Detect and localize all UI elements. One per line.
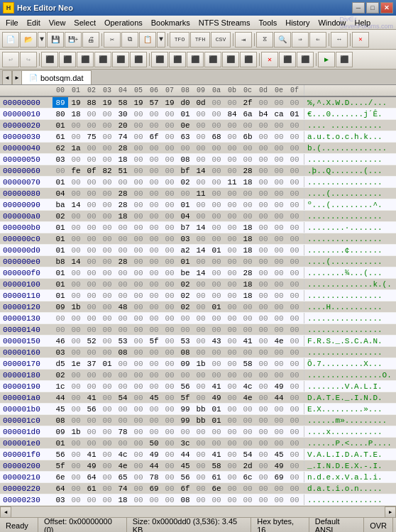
menu-file[interactable]: File (1, 17, 23, 28)
tfo-button[interactable]: TFO (170, 32, 189, 48)
find-next-button[interactable]: ⇒ (292, 32, 309, 48)
hex-cell[interactable]: b8 (53, 256, 68, 267)
hex-cell[interactable]: 00 (271, 177, 287, 187)
hex-cell[interactable]: 00 (255, 256, 271, 267)
hex-cell[interactable]: 00 (224, 97, 240, 108)
hex-cell[interactable]: 00 (224, 131, 240, 142)
hex-cell[interactable]: 00 (146, 347, 162, 358)
hex-cell[interactable]: 74 (115, 131, 131, 142)
hex-cell[interactable]: 6f (177, 483, 193, 494)
hex-cell[interactable]: 54 (115, 392, 131, 403)
menu-bookmarks[interactable]: Bookmarks (147, 17, 194, 28)
hex-cell[interactable]: 00 (271, 415, 287, 426)
hex-cell[interactable]: 00 (255, 313, 271, 323)
hex-cell[interactable]: 00 (287, 233, 302, 244)
hex-cell[interactable]: 6b (240, 131, 255, 142)
hex-cell[interactable]: 00 (162, 483, 177, 494)
hex-cell[interactable]: 44 (146, 460, 162, 471)
hex-cell[interactable]: 00 (193, 483, 209, 494)
hex-cell[interactable]: 78 (146, 472, 162, 482)
hex-cell[interactable]: 01 (209, 404, 224, 414)
hex-cell[interactable]: 01 (53, 279, 68, 289)
hex-cell[interactable]: 68 (209, 131, 224, 142)
hex-cell[interactable]: 00 (99, 494, 115, 505)
hex-cell[interactable]: 00 (99, 381, 115, 392)
hex-cell[interactable]: 00 (209, 313, 224, 323)
hex-cell[interactable]: 00 (162, 472, 177, 482)
hex-cell[interactable]: 28 (115, 143, 131, 153)
hex-cell[interactable]: 00 (287, 267, 302, 278)
hex-cell[interactable]: 00 (287, 120, 302, 131)
tfh-button[interactable]: TFH (190, 32, 210, 48)
hex-cell[interactable]: b7 (177, 222, 193, 233)
menu-tools[interactable]: Tools (255, 17, 282, 28)
hex-cell[interactable]: 99 (177, 415, 193, 426)
hex-cell[interactable]: 00 (255, 483, 271, 494)
hex-cell[interactable]: 00 (99, 313, 115, 323)
hex-cell[interactable]: 00 (224, 347, 240, 358)
hex-cell[interactable]: 3c (177, 438, 193, 448)
hex-cell[interactable]: 00 (131, 245, 146, 255)
hex-cell[interactable]: 00 (255, 438, 271, 448)
hex-cell[interactable]: 00 (209, 233, 224, 244)
hex-cell[interactable]: 00 (240, 494, 255, 505)
hex-cell[interactable]: 00 (224, 301, 240, 312)
hex-cell[interactable]: 00 (146, 211, 162, 221)
hex-cell[interactable]: bf (177, 165, 193, 176)
hex-cell[interactable]: 00 (177, 370, 193, 380)
hex-cell[interactable]: 01 (53, 438, 68, 448)
hex-cell[interactable]: 00 (84, 188, 99, 199)
hex-cell[interactable]: 00 (287, 370, 302, 380)
hex-cell[interactable]: 00 (271, 301, 287, 312)
hex-cell[interactable]: 00 (255, 358, 271, 369)
hex-cell[interactable]: 00 (131, 165, 146, 176)
hex-cell[interactable]: 00 (131, 279, 146, 289)
hex-cell[interactable]: 49 (146, 449, 162, 460)
hex-cell[interactable]: 00 (68, 483, 84, 494)
hex-cell[interactable]: 00 (255, 188, 271, 199)
hex-cell[interactable]: 00 (68, 381, 84, 392)
hex-cell[interactable]: 49 (271, 460, 287, 471)
hex-cell[interactable]: 01 (53, 290, 68, 301)
hex-cell[interactable]: 00 (193, 324, 209, 335)
hex-cell[interactable]: 00 (99, 131, 115, 142)
find-button[interactable]: 🔍 (274, 32, 291, 48)
hex-cell[interactable]: 00 (131, 109, 146, 119)
hex-cell[interactable]: 99 (177, 404, 193, 414)
hex-cell[interactable]: 00 (287, 426, 302, 437)
hex-cell[interactable]: 6c (240, 472, 255, 482)
hex-cell[interactable]: 00 (146, 279, 162, 289)
hex-cell[interactable]: 00 (209, 256, 224, 267)
hex-cell[interactable]: 00 (255, 97, 271, 108)
paste-button[interactable]: 📋 (139, 32, 156, 48)
hex-cell[interactable]: 00 (84, 256, 99, 267)
hex-cell[interactable]: 5f (177, 392, 193, 403)
maximize-button[interactable]: □ (366, 2, 379, 13)
hex-cell[interactable]: 00 (271, 188, 287, 199)
new-button[interactable]: 📄 (2, 32, 19, 48)
hex-cell[interactable]: 00 (162, 222, 177, 233)
hex-cell[interactable]: 00 (115, 415, 131, 426)
hex-cell[interactable]: 00 (162, 279, 177, 289)
hex-cell[interactable]: 00 (162, 211, 177, 221)
hex-cell[interactable]: 03 (53, 494, 68, 505)
open-dropdown[interactable]: ▼ (38, 32, 46, 48)
hex-cell[interactable]: 00 (287, 131, 302, 142)
hex-cell[interactable]: 00 (162, 256, 177, 267)
hex-cell[interactable]: 00 (287, 313, 302, 323)
hex-cell[interactable]: 00 (99, 109, 115, 119)
hex-cell[interactable]: 56 (53, 449, 68, 460)
hex-cell[interactable]: 00 (287, 494, 302, 505)
hex-cell[interactable]: 00 (287, 483, 302, 494)
hex-cell[interactable]: 78 (115, 426, 131, 437)
hex-cell[interactable]: 00 (131, 472, 146, 482)
hex-cell[interactable]: 14 (193, 222, 209, 233)
hex-cell[interactable]: 18 (240, 279, 255, 289)
hex-cell[interactable]: 45 (271, 449, 287, 460)
hex-cell[interactable]: ba (53, 199, 68, 210)
menu-operations[interactable]: Operations (100, 17, 147, 28)
hex-cell[interactable]: 00 (224, 483, 240, 494)
hex-cell[interactable]: 00 (68, 290, 84, 301)
hex-cell[interactable]: 14 (68, 256, 84, 267)
hex-cell[interactable]: 0f (84, 165, 99, 176)
